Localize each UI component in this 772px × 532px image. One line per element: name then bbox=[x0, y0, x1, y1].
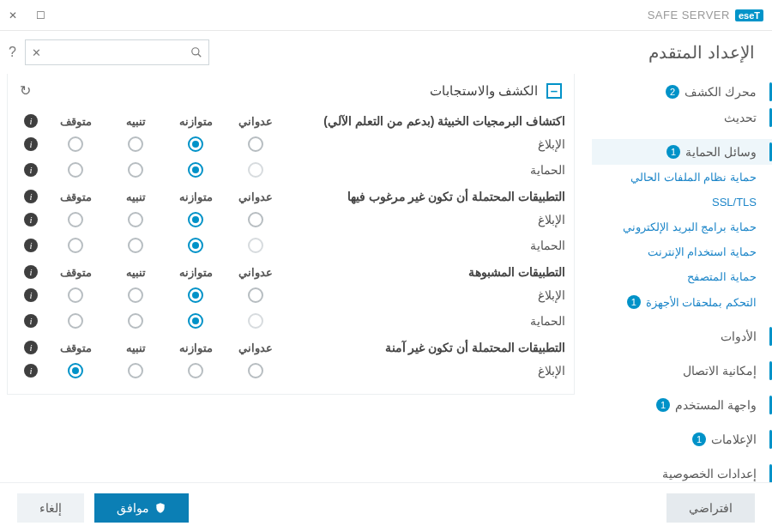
sidebar-item-label: SSL/TLS bbox=[712, 196, 757, 209]
section-header: – الكشف والاستجابات ↻ bbox=[8, 74, 574, 107]
defaults-button[interactable]: افتراضي bbox=[666, 493, 755, 523]
radio-option[interactable] bbox=[68, 162, 83, 178]
col-aggressive: عدواني bbox=[226, 342, 286, 354]
info-icon[interactable]: i bbox=[24, 163, 38, 177]
col-alert: تنبيه bbox=[106, 115, 166, 128]
sidebar-item[interactable]: حماية برامج البريد الإلكتروني bbox=[592, 215, 772, 239]
radio-option[interactable] bbox=[128, 287, 143, 303]
group-title: التطبيقات المحتملة أن تكون غير آمنة bbox=[286, 341, 565, 354]
sidebar-item-label: إعدادات الخصوصية bbox=[662, 467, 757, 481]
info-icon[interactable]: i bbox=[24, 239, 38, 252]
clear-search-icon[interactable]: ✕ bbox=[32, 46, 41, 59]
svg-point-0 bbox=[192, 48, 199, 55]
shield-icon bbox=[154, 502, 166, 514]
ok-button-label: موافق bbox=[117, 501, 149, 515]
sidebar-badge: 2 bbox=[666, 85, 679, 99]
radio-option[interactable] bbox=[188, 363, 203, 378]
radio-option[interactable] bbox=[68, 363, 83, 378]
col-aggressive: عدواني bbox=[226, 190, 286, 203]
info-icon[interactable]: i bbox=[24, 341, 38, 354]
info-icon[interactable]: i bbox=[24, 137, 38, 151]
col-off: متوقف bbox=[45, 342, 106, 354]
radio-option[interactable] bbox=[248, 238, 263, 253]
info-icon[interactable]: i bbox=[24, 364, 38, 378]
radio-option[interactable] bbox=[248, 136, 263, 152]
col-alert: تنبيه bbox=[106, 342, 166, 354]
radio-option[interactable] bbox=[248, 287, 263, 303]
setting-label: الإبلاغ bbox=[286, 364, 565, 378]
group-title: التطبيقات المحتملة أن تكون غير مرغوب فيه… bbox=[286, 190, 565, 203]
undo-icon[interactable]: ↻ bbox=[20, 82, 31, 99]
sidebar-badge: 1 bbox=[627, 295, 641, 309]
setting-row: الإبلاغi bbox=[8, 358, 574, 384]
col-alert: تنبيه bbox=[106, 190, 166, 203]
info-icon[interactable]: i bbox=[24, 265, 38, 279]
content: – الكشف والاستجابات ↻ اكتشاف البرمجيات ا… bbox=[0, 74, 592, 479]
radio-option[interactable] bbox=[128, 238, 143, 253]
radio-option[interactable] bbox=[188, 212, 203, 227]
brand-badge: eseT bbox=[735, 9, 763, 21]
radio-option[interactable] bbox=[128, 363, 143, 378]
setting-row: الإبلاغi bbox=[8, 282, 574, 308]
cancel-button[interactable]: إلغاء bbox=[17, 493, 84, 523]
col-balanced: متوازنه bbox=[166, 115, 226, 128]
search-icon bbox=[190, 46, 202, 58]
maximize-icon[interactable]: ☐ bbox=[36, 9, 45, 21]
group-header: اكتشاف البرمجيات الخبيثة (بدعم من التعلم… bbox=[8, 107, 574, 131]
sidebar-item-label: واجهة المستخدم bbox=[675, 398, 757, 412]
radio-option[interactable] bbox=[248, 162, 263, 178]
sidebar-item[interactable]: حماية نظام الملفات الحالي bbox=[592, 165, 772, 190]
radio-option[interactable] bbox=[128, 136, 143, 152]
info-icon[interactable]: i bbox=[24, 314, 38, 328]
radio-option[interactable] bbox=[68, 238, 83, 253]
radio-option[interactable] bbox=[68, 287, 83, 303]
help-icon[interactable]: ? bbox=[9, 45, 16, 60]
radio-option[interactable] bbox=[248, 212, 263, 227]
col-alert: تنبيه bbox=[106, 266, 166, 279]
sidebar-item[interactable]: الإعلامات1 bbox=[592, 426, 772, 452]
search-input[interactable] bbox=[25, 39, 209, 65]
radio-option[interactable] bbox=[248, 313, 263, 329]
ok-button[interactable]: موافق bbox=[94, 493, 189, 523]
radio-option[interactable] bbox=[68, 136, 83, 152]
sidebar-item-label: محرك الكشف bbox=[685, 85, 757, 99]
sidebar-item[interactable]: تحديث bbox=[592, 105, 772, 130]
sidebar-item[interactable]: التحكم بملحقات الأجهزة1 bbox=[592, 289, 772, 315]
sidebar-item-label: حماية نظام الملفات الحالي bbox=[630, 171, 757, 184]
sidebar-item[interactable]: إمكانية الاتصال bbox=[592, 358, 772, 384]
radio-option[interactable] bbox=[128, 162, 143, 178]
setting-label: الإبلاغ bbox=[286, 137, 565, 151]
radio-option[interactable] bbox=[188, 136, 203, 152]
brand-product: SAFE SERVER bbox=[648, 9, 730, 21]
sidebar-item-label: حماية المتصفح bbox=[687, 270, 757, 283]
sidebar-item[interactable]: حماية استخدام الإنترنت bbox=[592, 239, 772, 264]
sidebar-item[interactable]: وسائل الحماية1 bbox=[592, 139, 772, 165]
radio-option[interactable] bbox=[248, 363, 263, 378]
setting-row: الإبلاغi bbox=[8, 207, 574, 233]
col-balanced: متوازنه bbox=[166, 342, 226, 354]
setting-row: الحمايةi bbox=[8, 308, 574, 334]
setting-label: الإبلاغ bbox=[286, 213, 565, 227]
radio-option[interactable] bbox=[188, 313, 203, 329]
sidebar-item[interactable]: محرك الكشف2 bbox=[592, 79, 772, 105]
info-icon[interactable]: i bbox=[24, 114, 38, 128]
col-off: متوقف bbox=[45, 190, 106, 203]
info-icon[interactable]: i bbox=[24, 288, 38, 302]
radio-option[interactable] bbox=[128, 212, 143, 227]
radio-option[interactable] bbox=[188, 162, 203, 178]
sidebar-item[interactable]: الأدوات bbox=[592, 323, 772, 349]
radio-option[interactable] bbox=[128, 313, 143, 329]
radio-option[interactable] bbox=[188, 287, 203, 303]
sidebar-item[interactable]: واجهة المستخدم1 bbox=[592, 392, 772, 418]
radio-option[interactable] bbox=[188, 238, 203, 253]
close-icon[interactable]: ✕ bbox=[9, 9, 17, 21]
info-icon[interactable]: i bbox=[24, 213, 38, 227]
radio-option[interactable] bbox=[68, 212, 83, 227]
search-box: ✕ bbox=[25, 39, 209, 65]
radio-option[interactable] bbox=[68, 313, 83, 329]
sidebar-item[interactable]: SSL/TLS bbox=[592, 190, 772, 215]
group-title: اكتشاف البرمجيات الخبيثة (بدعم من التعلم… bbox=[286, 114, 565, 128]
info-icon[interactable]: i bbox=[24, 190, 38, 203]
collapse-icon[interactable]: – bbox=[546, 83, 562, 99]
sidebar-item[interactable]: حماية المتصفح bbox=[592, 264, 772, 289]
